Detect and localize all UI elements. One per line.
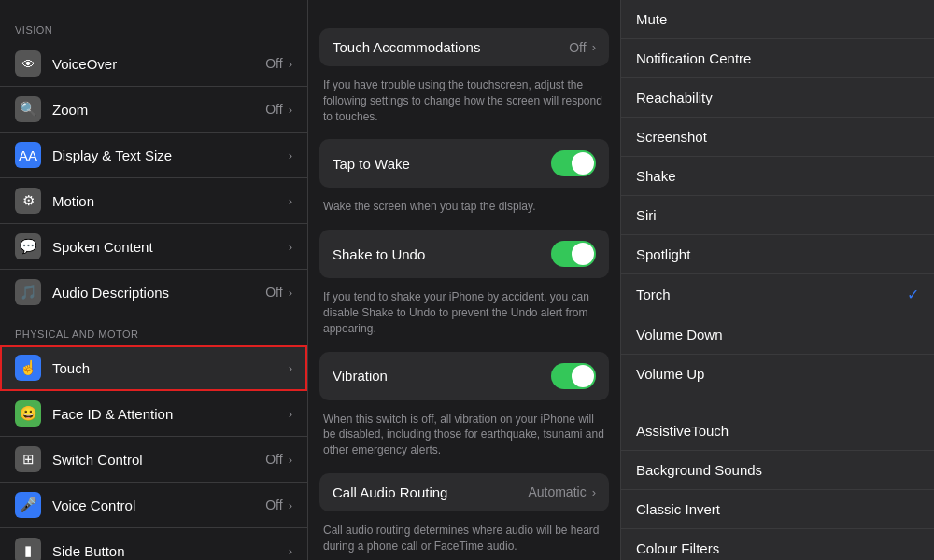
call-audio-routing-label: Call Audio Routing xyxy=(333,484,528,500)
tap-to-wake-toggle[interactable] xyxy=(551,150,596,176)
right-item-spotlight[interactable]: Spotlight xyxy=(621,235,934,274)
torch-checkmark: ✓ xyxy=(907,286,919,303)
right-item-mute[interactable]: Mute xyxy=(621,0,934,39)
right-item-classic-invert[interactable]: Classic Invert xyxy=(621,490,934,529)
menu-item-sidebutton[interactable]: ▮Side Button› xyxy=(0,528,307,560)
display-icon: AA xyxy=(15,142,41,168)
right-item-assistive-touch[interactable]: AssistiveTouch xyxy=(621,412,934,451)
menu-item-touch[interactable]: ☝Touch› xyxy=(0,345,307,391)
setting-group-tap-to-wake: Tap to Wake xyxy=(319,139,609,188)
touch-accommodations-label: Touch Accommodations xyxy=(333,39,569,55)
siri-label: Siri xyxy=(636,207,919,223)
switchctrl-icon: ⊞ xyxy=(15,446,41,472)
right-item-screenshot[interactable]: Screenshot xyxy=(621,118,934,157)
audiodesc-label: Audio Descriptions xyxy=(52,285,265,301)
sidebutton-label: Side Button xyxy=(52,543,289,559)
touch-chevron: › xyxy=(289,361,292,375)
menu-item-voicectrl[interactable]: 🎤Voice ControlOff› xyxy=(0,483,307,528)
switchctrl-chevron: › xyxy=(289,453,292,467)
shake-to-undo-desc: If you tend to shake your iPhone by acci… xyxy=(308,284,620,345)
shake-to-undo-label: Shake to Undo xyxy=(333,246,551,262)
left-panel-description xyxy=(0,0,307,11)
zoom-chevron: › xyxy=(289,103,292,117)
zoom-icon: 🔍 xyxy=(15,96,41,122)
setting-item-shake-to-undo[interactable]: Shake to Undo xyxy=(319,230,609,278)
right-item-siri[interactable]: Siri xyxy=(621,196,934,235)
setting-item-call-audio-routing[interactable]: Call Audio RoutingAutomatic› xyxy=(319,473,609,511)
voicectrl-chevron: › xyxy=(289,498,292,512)
voiceover-chevron: › xyxy=(289,57,292,71)
voiceover-value: Off xyxy=(265,56,282,71)
audiodesc-value: Off xyxy=(265,285,282,300)
right-item-colour-filters[interactable]: Colour Filters xyxy=(621,529,934,560)
middle-settings: Touch AccommodationsOff›If you have trou… xyxy=(308,28,620,560)
setting-group-call-audio-routing: Call Audio RoutingAutomatic› xyxy=(319,473,609,511)
faceid-icon: 😀 xyxy=(15,400,41,427)
right-accessibility-label xyxy=(621,393,934,412)
menu-item-switchctrl[interactable]: ⊞Switch ControlOff› xyxy=(0,437,307,483)
vibration-toggle[interactable] xyxy=(551,363,596,389)
motion-icon: ⚙ xyxy=(15,188,41,214)
setting-group-touch-accommodations: Touch AccommodationsOff› xyxy=(319,28,609,66)
setting-group-shake-to-undo: Shake to Undo xyxy=(319,230,609,278)
tap-to-wake-label: Tap to Wake xyxy=(333,156,551,172)
menu-item-display[interactable]: AADisplay & Text Size› xyxy=(0,133,307,178)
call-audio-routing-chevron: › xyxy=(592,485,596,499)
middle-panel: Touch AccommodationsOff›If you have trou… xyxy=(308,0,621,560)
right-item-shake[interactable]: Shake xyxy=(621,157,934,196)
colour-filters-label: Colour Filters xyxy=(636,540,919,556)
right-item-notification-centre[interactable]: Notification Centre xyxy=(621,39,934,78)
section-label-physical-and-motor: PHYSICAL AND MOTOR xyxy=(0,315,307,345)
reachability-label: Reachability xyxy=(636,90,919,105)
right-item-volume-down[interactable]: Volume Down xyxy=(621,315,934,355)
shake-to-undo-toggle[interactable] xyxy=(551,241,596,267)
zoom-label: Zoom xyxy=(52,102,265,118)
classic-invert-label: Classic Invert xyxy=(636,501,919,517)
right-item-torch[interactable]: Torch✓ xyxy=(621,274,934,315)
call-audio-routing-desc: Call audio routing determines where audi… xyxy=(308,517,620,560)
zoom-value: Off xyxy=(265,102,282,117)
left-sections: VISION👁VoiceOverOff›🔍ZoomOff›AADisplay &… xyxy=(0,11,307,560)
menu-item-zoom[interactable]: 🔍ZoomOff› xyxy=(0,87,307,133)
setting-item-touch-accommodations[interactable]: Touch AccommodationsOff› xyxy=(319,28,609,66)
right-panel: MuteNotification CentreReachabilityScree… xyxy=(621,0,934,560)
setting-item-vibration[interactable]: Vibration xyxy=(319,352,609,400)
right-item-reachability[interactable]: Reachability xyxy=(621,78,934,118)
touch-label: Touch xyxy=(52,360,289,376)
middle-top-description xyxy=(308,0,620,22)
audiodesc-icon: 🎵 xyxy=(15,279,41,305)
section-label-vision: VISION xyxy=(0,11,307,41)
menu-item-audiodesc[interactable]: 🎵Audio DescriptionsOff› xyxy=(0,270,307,315)
spoken-chevron: › xyxy=(289,240,292,254)
spoken-icon: 💬 xyxy=(15,233,41,259)
sidebutton-icon: ▮ xyxy=(15,538,41,560)
setting-item-tap-to-wake[interactable]: Tap to Wake xyxy=(319,139,609,188)
voiceover-label: VoiceOver xyxy=(52,56,265,72)
torch-label: Torch xyxy=(636,287,907,302)
right-item-background-sounds[interactable]: Background Sounds xyxy=(621,451,934,490)
display-label: Display & Text Size xyxy=(52,147,289,163)
touch-accommodations-value: Off xyxy=(569,40,586,55)
switchctrl-value: Off xyxy=(265,452,282,467)
touch-icon: ☝ xyxy=(15,355,41,381)
touch-accommodations-chevron: › xyxy=(592,40,596,54)
voicectrl-value: Off xyxy=(265,497,282,512)
menu-item-voiceover[interactable]: 👁VoiceOverOff› xyxy=(0,41,307,87)
switchctrl-label: Switch Control xyxy=(52,452,265,468)
menu-item-faceid[interactable]: 😀Face ID & Attention› xyxy=(0,391,307,437)
call-audio-routing-value: Automatic xyxy=(528,484,586,499)
volume-up-label: Volume Up xyxy=(636,366,919,382)
right-accessibility-items: AssistiveTouchBackground SoundsClassic I… xyxy=(621,412,934,560)
spotlight-label: Spotlight xyxy=(636,246,919,262)
sidebutton-chevron: › xyxy=(289,544,292,558)
audiodesc-chevron: › xyxy=(289,286,292,300)
right-item-volume-up[interactable]: Volume Up xyxy=(621,355,934,393)
menu-item-motion[interactable]: ⚙Motion› xyxy=(0,178,307,224)
voicectrl-icon: 🎤 xyxy=(15,492,41,518)
right-top-items: MuteNotification CentreReachabilityScree… xyxy=(621,0,934,393)
setting-group-vibration: Vibration xyxy=(319,352,609,400)
tap-to-wake-desc: Wake the screen when you tap the display… xyxy=(308,193,620,224)
mute-label: Mute xyxy=(636,11,919,27)
menu-item-spoken[interactable]: 💬Spoken Content› xyxy=(0,224,307,270)
spoken-label: Spoken Content xyxy=(52,239,289,255)
